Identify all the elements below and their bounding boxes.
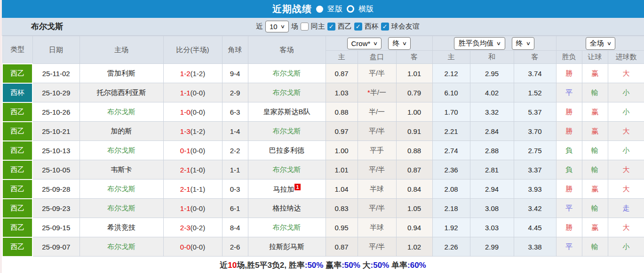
- summary-segment: 10: [228, 261, 237, 270]
- table-row: 西乙 25-09-15 希洪竞技 2-3(0-2) 8-4 布尔戈斯 0.95 …: [2, 218, 644, 237]
- result-goals: 大: [608, 218, 644, 237]
- handicap-line: 平/半: [369, 242, 385, 250]
- col-header-corner: 角球: [222, 36, 248, 64]
- result-goals: 小: [608, 102, 644, 122]
- handicap-odds-group-header: Crow*∨ 终∨: [326, 36, 432, 51]
- wdl-mean-dropdown[interactable]: 胜平负均值∨: [454, 37, 505, 50]
- match-date: 25-09-07: [32, 237, 80, 257]
- match-date: 25-10-21: [32, 122, 80, 141]
- wdl-odds-group-header: 胜平负均值∨ 终∨: [432, 36, 556, 51]
- mean-home-odds: 2.74: [432, 141, 470, 160]
- table-row: 西乙 25-09-28 布尔戈斯 2-1(1-1) 0-3 马拉加1 1.04 …: [2, 179, 644, 199]
- summary-segment: :50%: [342, 261, 360, 270]
- score-cell: 0-1(0-0): [163, 141, 222, 160]
- wdl-time-dropdown[interactable]: 终∨: [512, 37, 534, 50]
- subcol-result-goals: 进球数: [608, 51, 644, 64]
- home-team-cell: 布尔戈斯: [80, 237, 163, 257]
- handicap-time-value: 终: [392, 39, 399, 48]
- summary-bar: 近10场,胜5平3负2, 胜率:50% 赢率:50% 大:50% 单率:60%: [2, 257, 644, 273]
- result-win-draw-loss: 負: [556, 141, 582, 160]
- handicap-line-cell: 半/一: [358, 102, 396, 122]
- subcol-handicap-away: 客: [396, 51, 432, 64]
- horizontal-layout-radio[interactable]: [347, 5, 354, 13]
- score-cell: 1-0(0-0): [163, 102, 222, 122]
- mean-home-odds: 2.36: [432, 160, 470, 179]
- col-header-type: 类型: [2, 36, 32, 64]
- match-type-badge: 西乙: [2, 199, 32, 218]
- league-laliga2-checkbox[interactable]: [327, 23, 335, 31]
- mean-away-odds: 4.45: [514, 218, 556, 237]
- home-team-name: 雷加利斯: [107, 69, 135, 77]
- handicap-line: 半/一: [370, 88, 386, 96]
- filter-controls: 近 10∨ 场 同主 西乙 西杯 球会友谊: [256, 21, 420, 32]
- red-card-badge: 1: [294, 184, 300, 190]
- home-team-cell: 托尔德西利亚斯: [80, 83, 163, 102]
- halftime-score: (0-0): [191, 108, 206, 116]
- handicap-away-odds: 0.87: [396, 160, 432, 179]
- wdl-mean-value: 胜平负均值: [458, 39, 493, 48]
- scope-dropdown-value: 全场: [590, 39, 604, 48]
- summary-segment: 胜率: [289, 260, 305, 271]
- away-team-name: 格拉纳达: [273, 204, 301, 212]
- table-row: 西乙 25-09-07 布尔戈斯 0-0(0-0) 2-6 拉斯彭马斯 0.87…: [2, 237, 644, 257]
- chevron-down-icon: ∨: [606, 40, 611, 47]
- away-team-name: 布尔戈斯: [273, 88, 301, 96]
- handicap-away-odds: 0.94: [396, 218, 432, 237]
- halftime-score: (0-2): [191, 224, 206, 232]
- copa-del-rey-checkbox[interactable]: [354, 23, 362, 31]
- home-team-name: 加的斯: [111, 127, 132, 135]
- handicap-away-odds: 1.01: [396, 64, 432, 83]
- same-home-checkbox[interactable]: [301, 23, 309, 31]
- away-team-cell: 格拉纳达: [248, 199, 326, 218]
- col-header-home: 主场: [80, 36, 163, 64]
- handicap-line: 半球: [370, 223, 384, 231]
- table-row: 西乙 25-11-02 雷加利斯 1-2(1-2) 9-4 布尔戈斯 0.87 …: [2, 64, 644, 83]
- handicap-home-odds: 0.97: [326, 122, 358, 141]
- summary-segment: 大: [360, 260, 371, 271]
- result-win-draw-loss: 勝: [556, 122, 582, 141]
- mean-away-odds: 3.37: [514, 160, 556, 179]
- result-goals: 小: [608, 237, 644, 257]
- match-count-select[interactable]: 10∨: [265, 21, 289, 32]
- handicap-line-cell: 平/半: [358, 122, 396, 141]
- result-goals: 小: [608, 83, 644, 102]
- corner-score: 2-6: [222, 237, 248, 257]
- vertical-layout-radio[interactable]: [316, 6, 323, 13]
- match-date: 25-09-23: [32, 199, 80, 218]
- fulltime-score: 1-2: [180, 70, 191, 78]
- games-label: 场: [291, 22, 298, 31]
- mean-home-odds: 2.08: [432, 179, 470, 199]
- club-friendly-checkbox[interactable]: [381, 23, 389, 31]
- handicap-home-odds: 0.83: [326, 199, 358, 218]
- subcol-wdl-away: 客: [514, 51, 556, 64]
- corner-score: 0-3: [222, 179, 248, 199]
- fulltime-score: 1-0: [180, 108, 191, 116]
- vertical-layout-label[interactable]: 竖版: [327, 4, 342, 14]
- handicap-away-odds: 0.91: [396, 122, 432, 141]
- team-name: 布尔戈斯: [31, 21, 63, 32]
- col-header-score: 比分(半场): [163, 36, 222, 64]
- away-team-cell: 拉斯彭马斯: [248, 237, 326, 257]
- horizontal-layout-label[interactable]: 横版: [358, 4, 374, 14]
- handicap-home-odds: 1.04: [326, 179, 358, 199]
- halftime-score: (0-0): [191, 147, 206, 155]
- subcol-handicap-home: 主: [326, 51, 358, 64]
- home-team-name: 布尔戈斯: [107, 242, 135, 250]
- subcol-result-handicap: 让球: [582, 51, 608, 64]
- same-home-label: 同主: [311, 22, 325, 31]
- mean-away-odds: 3.74: [514, 64, 556, 83]
- handicap-time-dropdown[interactable]: 终∨: [388, 37, 411, 50]
- handicap-line: 平/半: [369, 69, 385, 77]
- scope-dropdown[interactable]: 全场∨: [586, 37, 615, 50]
- match-date: 25-10-29: [32, 83, 80, 102]
- handicap-home-odds: 0.88: [326, 102, 358, 122]
- score-cell: 1-2(1-2): [163, 64, 222, 83]
- corner-score: 8-4: [222, 218, 248, 237]
- fulltime-score: 2-1: [180, 166, 191, 174]
- filter-bar: 布尔戈斯 近 10∨ 场 同主 西乙 西杯 球会友谊: [2, 18, 644, 36]
- home-team-name: 希洪竞技: [107, 223, 135, 231]
- bookmaker-dropdown[interactable]: Crow*∨: [347, 38, 382, 49]
- home-team-cell: 布尔戈斯: [80, 102, 163, 122]
- wdl-time-value: 终: [516, 39, 523, 48]
- away-team-name: 布尔戈斯: [273, 69, 301, 77]
